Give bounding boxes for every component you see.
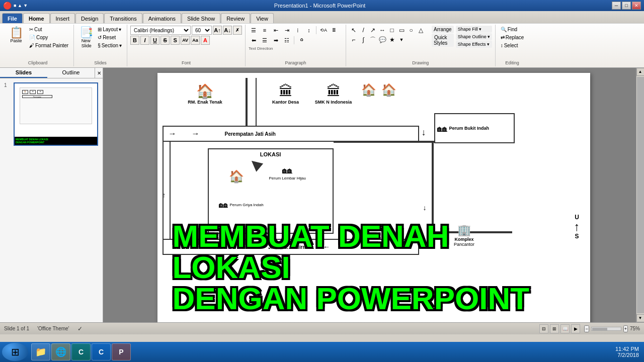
close-panel-btn[interactable]: ✕ bbox=[95, 68, 103, 78]
triangle-tool[interactable]: △ bbox=[416, 26, 425, 35]
tab-review[interactable]: Review bbox=[221, 13, 250, 23]
star-tool[interactable]: ★ bbox=[387, 35, 396, 44]
taskbar-time: 11:42 PM 7/2/2018 bbox=[615, 346, 642, 358]
find-button[interactable]: 🔍 Find bbox=[499, 26, 526, 33]
select-tool[interactable]: ↖ bbox=[349, 26, 358, 35]
oval-tool[interactable]: ○ bbox=[407, 26, 416, 35]
font-increase-btn[interactable]: A↑ bbox=[213, 26, 222, 35]
underline-btn[interactable]: U bbox=[150, 36, 159, 45]
tab-insert[interactable]: Insert bbox=[50, 13, 75, 23]
tab-slideshow[interactable]: Slide Show bbox=[182, 13, 220, 23]
vertical-scrollbar[interactable]: ▲ ▼ bbox=[636, 68, 644, 322]
taskbar-app2[interactable]: C bbox=[92, 343, 111, 360]
scroll-up-btn[interactable]: ▲ bbox=[636, 68, 645, 76]
align-text-btn[interactable]: ≣ bbox=[329, 26, 339, 35]
close-btn[interactable]: ✕ bbox=[632, 2, 641, 10]
more-shapes[interactable]: ▼ bbox=[397, 35, 406, 44]
house1-label: 🏠 bbox=[359, 83, 379, 97]
format-painter-button[interactable]: 🖌 Format Painter bbox=[27, 42, 70, 49]
cut-button[interactable]: ✂ Cut bbox=[27, 26, 70, 33]
restore-btn[interactable]: □ bbox=[622, 2, 631, 10]
smartart-btn[interactable]: ♻ bbox=[296, 36, 306, 45]
tab-design[interactable]: Design bbox=[75, 13, 104, 23]
shape-effects-button[interactable]: Shape Effects ▾ bbox=[456, 41, 492, 48]
connector-tool[interactable]: ⌐ bbox=[349, 35, 358, 44]
decrease-indent-btn[interactable]: ⇤ bbox=[271, 26, 281, 35]
clipboard-small: ✂ Cut 📄 Copy 🖌 Format Painter bbox=[27, 26, 70, 49]
window-controls[interactable]: ─ □ ✕ bbox=[612, 2, 641, 10]
callout-tool[interactable]: 💬 bbox=[378, 35, 387, 44]
dbl-arrow-tool[interactable]: ↔ bbox=[378, 26, 387, 35]
zoom-in-btn[interactable]: + bbox=[623, 325, 628, 332]
slide-canvas[interactable]: 🏠 RM. Enak Tenak 🏛 Kantor Desa 🏛 SMK N I… bbox=[157, 73, 590, 322]
char-spacing-btn[interactable]: AV bbox=[181, 36, 190, 45]
tab-transitions[interactable]: Transitions bbox=[104, 13, 142, 23]
font-size-select[interactable]: 60 bbox=[192, 26, 212, 35]
align-right-btn[interactable]: ➡ bbox=[271, 36, 281, 45]
arrow-down1: ↓ bbox=[422, 127, 426, 138]
h-road-mid bbox=[334, 141, 434, 143]
tab-view[interactable]: View bbox=[251, 13, 274, 23]
font-decrease-btn[interactable]: A↓ bbox=[223, 26, 232, 35]
line-tool[interactable]: / bbox=[359, 26, 368, 35]
zoom-out-btn[interactable]: − bbox=[584, 325, 589, 332]
rounded-rect-tool[interactable]: ▭ bbox=[397, 26, 406, 35]
justify-btn[interactable]: ☷ bbox=[282, 36, 292, 45]
overlay-line2: DENGAN POWERPOINT bbox=[173, 283, 575, 314]
slide-sorter-btn[interactable]: ⊞ bbox=[550, 324, 559, 333]
quick-styles-button[interactable]: QuickStyles bbox=[432, 34, 454, 47]
ribbon-content: 📋 Paste ✂ Cut 📄 Copy 🖌 Format Painter Cl… bbox=[0, 23, 644, 67]
section-button[interactable]: § Section ▾ bbox=[96, 42, 124, 49]
tab-file[interactable]: File bbox=[2, 13, 23, 23]
reading-view-btn[interactable]: 📖 bbox=[560, 324, 570, 333]
shape-fill-button[interactable]: Shape Fill ▾ bbox=[456, 26, 492, 33]
scroll-down-btn[interactable]: ▼ bbox=[636, 314, 645, 322]
paste-button[interactable]: 📋 Paste bbox=[5, 26, 27, 45]
taskbar-chrome[interactable]: 🌐 bbox=[51, 343, 70, 360]
taskbar-explorer[interactable]: 📁 bbox=[31, 343, 50, 360]
slide-number: 1 bbox=[4, 82, 12, 88]
bullets-btn[interactable]: ☰ bbox=[249, 26, 259, 35]
slides-tab[interactable]: Slides bbox=[0, 68, 47, 78]
new-slide-button[interactable]: 📑 NewSlide bbox=[77, 26, 96, 50]
arrow-tool[interactable]: ↗ bbox=[368, 26, 377, 35]
increase-indent-btn[interactable]: ⇥ bbox=[282, 26, 292, 35]
clear-format-btn[interactable]: ✗ bbox=[233, 26, 242, 35]
minimize-btn[interactable]: ─ bbox=[612, 2, 621, 10]
align-center-btn[interactable]: ☰ bbox=[260, 36, 270, 45]
replace-button[interactable]: ⇄ Replace bbox=[499, 34, 526, 41]
strikethrough-btn[interactable]: S bbox=[160, 36, 170, 45]
font-family-select[interactable]: Calibri (Headings) bbox=[130, 26, 191, 35]
change-case-btn[interactable]: Aa bbox=[191, 36, 200, 45]
columns-btn[interactable]: ⫶ bbox=[293, 26, 303, 35]
tab-animations[interactable]: Animations bbox=[143, 13, 181, 23]
taskbar-app1[interactable]: C bbox=[71, 343, 91, 360]
normal-view-btn[interactable]: ⊟ bbox=[539, 324, 548, 333]
house2-label: 🏠 bbox=[379, 83, 399, 97]
curve-tool[interactable]: ∫ bbox=[359, 35, 368, 44]
outline-tab[interactable]: Outline bbox=[47, 68, 95, 78]
text-dir-btn[interactable]: ⟲A bbox=[318, 26, 329, 35]
shadow-btn[interactable]: S bbox=[171, 36, 180, 45]
numbering-btn[interactable]: ≡ bbox=[260, 26, 270, 35]
font-color-btn[interactable]: A bbox=[201, 36, 210, 45]
copy-button[interactable]: 📄 Copy bbox=[27, 34, 70, 41]
zoom-slider[interactable] bbox=[591, 327, 621, 331]
slide-thumbnail[interactable]: 🏠 🏛 🏛 Perempatan MEMBUAT DENAH LOKASI DE… bbox=[14, 82, 98, 146]
slideshow-btn[interactable]: ▶ bbox=[571, 324, 580, 333]
arrange-button[interactable]: Arrange bbox=[432, 26, 454, 33]
line-spacing-btn[interactable]: ↕ bbox=[304, 26, 314, 35]
bold-btn[interactable]: B bbox=[130, 36, 139, 45]
reset-button[interactable]: ↺ Reset bbox=[96, 34, 124, 41]
rect-tool[interactable]: □ bbox=[387, 26, 396, 35]
shape-outline-button[interactable]: Shape Outline ▾ bbox=[456, 33, 492, 40]
start-button[interactable]: ⊞ bbox=[2, 343, 28, 361]
taskbar-powerpoint[interactable]: P bbox=[112, 343, 131, 360]
align-left-btn[interactable]: ⬅ bbox=[249, 36, 259, 45]
tab-home[interactable]: Home bbox=[23, 13, 50, 23]
select-button[interactable]: ↕ Select bbox=[499, 42, 526, 49]
scroll-thumb[interactable] bbox=[637, 77, 644, 313]
freeform-tool[interactable]: ⌒ bbox=[368, 35, 377, 44]
layout-button[interactable]: ⊞ Layout ▾ bbox=[96, 26, 124, 33]
italic-btn[interactable]: I bbox=[140, 36, 149, 45]
